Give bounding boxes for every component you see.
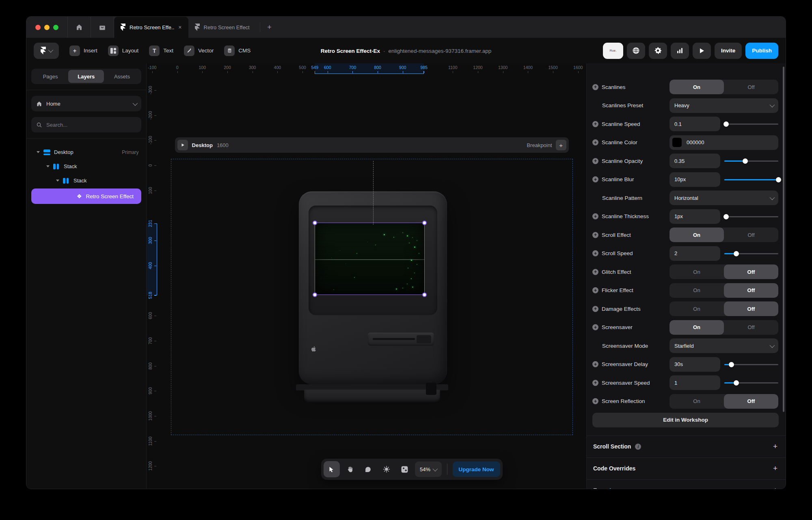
select-tool-button[interactable] [324,461,340,477]
connect-property-icon[interactable]: + [592,287,598,293]
pan-tool-button[interactable] [342,461,358,477]
value-input[interactable]: 0.1 [669,117,720,131]
breakpoint-bar[interactable]: Desktop 1600 Breakpoint + [175,137,569,153]
site-settings-button[interactable] [627,43,645,59]
section-scroll-section[interactable]: Scroll Sectioni+ [587,436,786,457]
edit-in-workshop-button[interactable]: Edit in Workshop [592,413,779,427]
settings-button[interactable] [649,43,667,59]
panel-scrollbar[interactable] [783,67,784,412]
caret-down-icon[interactable] [37,151,40,153]
breakpoint-device[interactable]: Desktop [192,142,213,148]
segment-on-button[interactable]: On [669,264,724,279]
segment-on-button[interactable]: On [669,394,724,409]
segment-off-button[interactable]: Off [724,301,778,316]
tab-pages[interactable]: Pages [32,70,68,83]
marketplace-button[interactable] [91,17,114,38]
slider-knob[interactable] [776,177,781,182]
tab-layers[interactable]: Layers [68,70,104,83]
slider[interactable] [724,246,778,261]
minimize-window-button[interactable] [44,25,50,30]
segment-on-button[interactable]: On [669,320,724,335]
framer-menu-button[interactable] [34,43,59,59]
info-icon[interactable]: i [635,444,641,450]
vector-button[interactable]: Vector [184,46,214,56]
slider[interactable] [724,117,778,131]
expand-section-icon[interactable]: + [773,486,777,489]
resize-handle[interactable] [313,221,317,225]
slider-knob[interactable] [743,158,748,164]
expand-section-icon[interactable]: + [773,464,777,473]
search-box[interactable] [31,117,141,132]
color-swatch[interactable] [672,137,682,147]
segment-off-button[interactable]: Off [724,80,778,94]
close-tab-icon[interactable]: × [178,24,181,30]
slider[interactable] [724,154,778,168]
value-input[interactable]: 0.35 [669,154,720,168]
resize-handle[interactable] [313,292,317,297]
segment-off-button[interactable]: Off [724,394,778,409]
analytics-button[interactable] [671,43,689,59]
new-tab-button[interactable]: + [260,17,279,38]
add-breakpoint-button[interactable]: + [556,140,566,150]
connect-property-icon[interactable]: + [592,213,598,219]
text-button[interactable]: T Text [149,46,173,56]
tab-inactive[interactable]: Retro Screen Effect [188,17,260,38]
value-input[interactable]: 1 [669,375,720,390]
slider-knob[interactable] [734,251,739,256]
theme-toggle-button[interactable] [378,461,395,477]
segment-on-button[interactable]: On [669,283,724,298]
section-export[interactable]: Export+ [587,479,786,490]
value-input[interactable]: 2 [669,246,720,261]
page-selector[interactable]: Home [31,96,141,111]
connect-property-icon[interactable]: + [592,269,598,275]
value-input[interactable]: 10px [669,172,720,187]
upgrade-button[interactable]: Upgrade Now [453,462,500,477]
expand-section-icon[interactable]: + [773,442,777,451]
canvas[interactable]: Desktop 1600 Breakpoint + [147,63,586,489]
select-dropdown[interactable]: Horizontal [669,191,778,205]
project-url[interactable]: enlightened-messages-937316.framer.app [389,48,492,54]
slider[interactable] [724,172,778,187]
component-selection-box[interactable] [315,223,425,295]
connect-property-icon[interactable]: + [592,361,598,367]
connect-property-icon[interactable]: + [592,250,598,256]
slider-knob[interactable] [729,362,734,367]
tab-active[interactable]: Retro Screen Effe.. × [114,17,188,38]
layer-row-stack[interactable]: Stack [26,159,146,173]
slider-knob[interactable] [723,214,729,219]
home-button[interactable] [68,17,91,38]
segment-on-button[interactable]: On [669,301,724,316]
connect-property-icon[interactable]: + [592,176,598,182]
segment-off-button[interactable]: Off [724,283,778,298]
layout-button[interactable]: Layout [108,46,139,56]
slider[interactable] [724,357,778,372]
segment-off-button[interactable]: Off [724,320,778,335]
select-dropdown[interactable]: Starfield [669,338,778,353]
search-input[interactable] [46,122,136,128]
preview-button[interactable] [693,43,711,59]
publish-button[interactable]: Publish [745,43,778,59]
comment-tool-button[interactable] [360,461,376,477]
layer-row-desktop[interactable]: Desktop Primary [26,145,146,159]
connect-property-icon[interactable]: + [592,324,598,330]
collaborator-chip[interactable]: Rue. [603,43,623,59]
caret-down-icon[interactable] [46,165,50,167]
tab-assets[interactable]: Assets [104,70,140,83]
connect-property-icon[interactable]: + [592,121,598,127]
layer-row-selected[interactable]: ❖ Retro Screen Effect [31,188,141,204]
caret-down-icon[interactable] [56,180,59,182]
connect-property-icon[interactable]: + [592,398,598,404]
slider-knob[interactable] [723,121,729,127]
connect-property-icon[interactable]: + [592,139,598,145]
insert-button[interactable]: + Insert [69,46,97,56]
segment-off-button[interactable]: Off [724,228,778,242]
zoom-level-dropdown[interactable]: 54% [415,462,442,477]
components-panel-button[interactable] [397,461,413,477]
slider[interactable] [724,375,778,390]
connect-property-icon[interactable]: + [592,306,598,312]
connect-property-icon[interactable]: + [592,232,598,238]
value-input[interactable]: 30s [669,357,720,372]
cms-button[interactable]: CMS [224,46,251,56]
connect-property-icon[interactable]: + [592,84,598,90]
invite-button[interactable]: Invite [715,43,742,59]
